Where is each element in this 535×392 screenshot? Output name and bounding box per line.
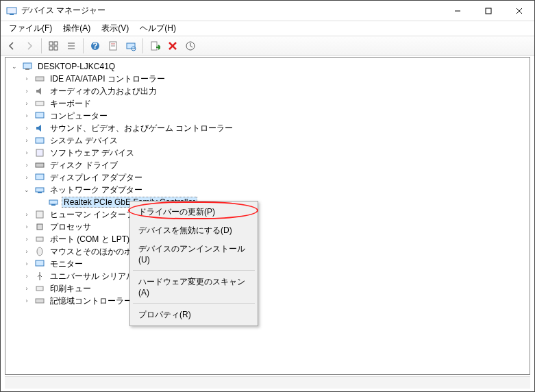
tree-item-label: 記憶域コントローラー: [48, 295, 134, 308]
toolbar-separator: [41, 38, 42, 53]
expand-icon[interactable]: ›: [22, 136, 32, 145]
tree-item[interactable]: ›印刷キュー: [7, 282, 530, 295]
tree-item[interactable]: ›マウスとそのほかのポイ: [7, 245, 530, 258]
expand-icon[interactable]: ›: [22, 271, 32, 281]
expand-icon[interactable]: ›: [22, 259, 32, 269]
collapse-icon[interactable]: ⌄: [22, 185, 32, 195]
expand-icon[interactable]: ›: [22, 234, 32, 244]
svg-rect-8: [49, 47, 53, 50]
enable-device-button[interactable]: [147, 38, 163, 54]
tree-item-label: 印刷キュー: [48, 282, 93, 295]
svg-rect-28: [36, 112, 44, 118]
svg-rect-42: [36, 286, 43, 291]
computer-icon: [34, 110, 45, 121]
menu-file[interactable]: ファイル(F): [3, 21, 58, 36]
tree-item-label: ディスプレイ アダプター: [48, 171, 145, 184]
tree-item-network[interactable]: ⌄ネットワーク アダプター: [7, 184, 530, 196]
tree-item[interactable]: ›ポート (COM と LPT): [7, 233, 530, 245]
tree-item[interactable]: ›ソフトウェア デバイス: [7, 147, 530, 159]
svg-rect-31: [36, 163, 44, 167]
tree-item[interactable]: ›ディスク ドライブ: [7, 159, 530, 171]
expand-icon[interactable]: ›: [22, 222, 32, 232]
tree-item[interactable]: ›プロセッサ: [7, 221, 530, 233]
menu-action[interactable]: 操作(A): [58, 21, 96, 36]
svg-text:?: ?: [92, 41, 97, 51]
svg-rect-34: [38, 192, 42, 193]
expand-icon[interactable]: ›: [22, 173, 32, 182]
svg-rect-6: [49, 42, 53, 45]
svg-rect-43: [36, 299, 44, 303]
list-view-button[interactable]: [63, 38, 79, 54]
context-separator: [133, 270, 255, 271]
icons-view-button[interactable]: [45, 38, 62, 54]
svg-rect-38: [37, 224, 42, 230]
tree-item[interactable]: ›システム デバイス: [7, 134, 530, 147]
expand-icon[interactable]: ›: [22, 247, 32, 256]
tree-item[interactable]: ›モニター: [7, 258, 530, 270]
svg-rect-35: [49, 200, 58, 204]
device-tree[interactable]: ⌄ DESKTOP-LJKC41Q ›IDE ATA/ATAPI コントローラー…: [5, 57, 530, 375]
expand-icon[interactable]: ›: [22, 111, 32, 121]
tree-item[interactable]: ›コンピューター: [7, 110, 530, 122]
audio-io-icon: [34, 86, 45, 97]
software-device-icon: [34, 147, 45, 158]
tree-item[interactable]: ›キーボード: [7, 97, 530, 110]
monitor-icon: [34, 258, 45, 269]
svg-rect-41: [36, 260, 44, 266]
help-button[interactable]: ?: [87, 38, 103, 54]
expand-icon[interactable]: ›: [22, 148, 32, 158]
tree-item[interactable]: ›IDE ATA/ATAPI コントローラー: [7, 73, 530, 85]
tree-item[interactable]: ›ユニバーサル シリアル ノ: [7, 270, 530, 282]
close-button[interactable]: [503, 1, 534, 21]
ide-controller-icon: [34, 73, 45, 84]
tree-item[interactable]: ›記憶域コントローラー: [7, 295, 530, 307]
expand-icon[interactable]: ›: [22, 160, 32, 170]
toolbar: ?: [1, 36, 534, 56]
forward-button[interactable]: [21, 38, 38, 54]
system-device-icon: [34, 135, 45, 146]
tree-item[interactable]: ›ディスプレイ アダプター: [7, 171, 530, 184]
context-properties[interactable]: プロパティ(R): [132, 306, 256, 324]
uninstall-device-button[interactable]: [164, 38, 181, 54]
menu-help[interactable]: ヘルプ(H): [134, 21, 182, 36]
usb-icon: [34, 271, 45, 282]
tree-item[interactable]: ›サウンド、ビデオ、およびゲーム コントローラー: [7, 122, 530, 134]
expand-icon[interactable]: ›: [22, 210, 32, 219]
expand-icon[interactable]: ›: [22, 284, 32, 293]
expand-icon[interactable]: ›: [22, 296, 32, 306]
expand-icon[interactable]: ›: [22, 123, 32, 133]
network-device-icon: [48, 197, 59, 208]
svg-rect-33: [36, 188, 44, 192]
svg-rect-32: [36, 174, 44, 180]
collapse-icon[interactable]: ⌄: [10, 62, 19, 71]
expand-icon[interactable]: ›: [22, 99, 32, 108]
minimize-button[interactable]: [442, 1, 473, 21]
svg-rect-30: [36, 149, 43, 156]
expand-icon[interactable]: ›: [22, 86, 32, 96]
back-button[interactable]: [3, 38, 20, 54]
context-uninstall-device[interactable]: デバイスのアンインストール(U): [132, 240, 256, 268]
toolbar-separator: [83, 38, 84, 53]
tree-item[interactable]: ›オーディオの入力および出力: [7, 85, 530, 97]
tree-item-label: ソフトウェア デバイス: [48, 147, 136, 160]
context-scan-hardware[interactable]: ハードウェア変更のスキャン(A): [132, 273, 256, 301]
scan-hardware-button[interactable]: [123, 38, 139, 54]
update-driver-button[interactable]: [182, 38, 199, 54]
properties-button[interactable]: [105, 38, 121, 54]
menu-view[interactable]: 表示(V): [96, 21, 134, 36]
svg-rect-1: [10, 14, 14, 15]
tree-item-label: IDE ATA/ATAPI コントローラー: [48, 73, 167, 86]
maximize-button[interactable]: [473, 1, 503, 21]
tree-item-label: キーボード: [48, 97, 93, 110]
context-disable-device[interactable]: デバイスを無効にする(D): [132, 221, 256, 240]
tree-root[interactable]: ⌄ DESKTOP-LJKC41Q: [7, 60, 530, 73]
expand-icon[interactable]: ›: [22, 74, 32, 84]
svg-rect-20: [151, 42, 157, 50]
context-update-driver[interactable]: ドライバーの更新(P): [132, 203, 256, 221]
tree-device-selected[interactable]: Realtek PCIe GbE Family Controller: [7, 196, 530, 208]
svg-rect-18: [127, 43, 135, 49]
tree-item-label: コンピューター: [48, 110, 110, 123]
app-icon: [6, 5, 17, 16]
svg-rect-37: [36, 211, 43, 218]
tree-item[interactable]: ›ヒューマン インターフェイ: [7, 208, 530, 221]
